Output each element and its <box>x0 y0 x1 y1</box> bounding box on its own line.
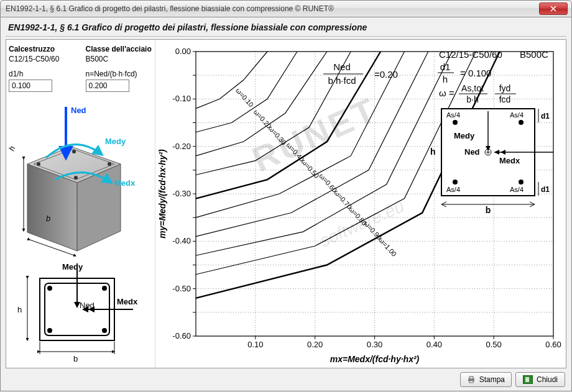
svg-point-5 <box>72 150 76 153</box>
svg-text:0.30: 0.30 <box>367 340 382 349</box>
panel-title: EN1992-1-1, § 6.1 Grafico di progetto de… <box>6 21 566 37</box>
svg-text:Medy: Medy <box>454 131 475 140</box>
svg-text:As/4: As/4 <box>510 186 524 193</box>
svg-text:C12/15-C50/60: C12/15-C50/60 <box>439 49 502 60</box>
printer-icon <box>467 376 476 383</box>
svg-line-122 <box>530 202 535 204</box>
svg-text:-0.60: -0.60 <box>172 331 191 340</box>
svg-point-107 <box>519 120 524 125</box>
chart-panel: RUNET software.eu 0.100.200.300.400.500.… <box>155 40 566 368</box>
svg-text:my=Medy/(fcd·hx·hy²): my=Medy/(fcd·hx·hy²) <box>157 149 167 239</box>
steel-label: Classe dell'acciaio <box>86 45 153 53</box>
plan-ned: Ned <box>80 301 95 310</box>
svg-text:-0.40: -0.40 <box>172 236 191 245</box>
window-close-button[interactable] <box>539 2 568 15</box>
svg-text:As,tot: As,tot <box>461 83 484 93</box>
svg-text:d1: d1 <box>440 62 451 72</box>
svg-text:-0.10: -0.10 <box>172 94 191 103</box>
window-title: EN1992-1-1, § 6.1 Grafico di progetto de… <box>6 4 539 13</box>
design-chart: 0.100.200.300.400.500.60-0.60-0.50-0.40-… <box>155 40 566 368</box>
plan-medy: Medy <box>62 262 83 271</box>
svg-text:0.10: 0.10 <box>247 340 263 349</box>
svg-point-7 <box>74 176 78 180</box>
d1h-input[interactable] <box>9 80 52 92</box>
svg-text:As/4: As/4 <box>510 111 524 119</box>
svg-text:ω=0.10: ω=0.10 <box>234 86 255 108</box>
d1h-label: d1/h <box>9 70 76 78</box>
svg-rect-135 <box>469 381 473 383</box>
svg-text:-0.20: -0.20 <box>172 142 191 151</box>
svg-point-6 <box>108 162 111 166</box>
svg-text:Ned: Ned <box>464 147 480 157</box>
svg-text:0.50: 0.50 <box>486 340 502 349</box>
footer-buttons: Stampa Chiudi <box>460 372 565 387</box>
svg-rect-134 <box>469 376 473 379</box>
close-label: Chiudi <box>537 375 558 384</box>
svg-text:-0.50: -0.50 <box>172 284 191 293</box>
svg-point-14 <box>102 286 107 291</box>
svg-text:As/4: As/4 <box>446 186 460 193</box>
exit-icon <box>523 375 533 384</box>
close-icon <box>550 6 556 12</box>
svg-text:= 0.100: = 0.100 <box>460 68 491 78</box>
svg-text:0.00: 0.00 <box>175 47 191 56</box>
svg-text:b·h·fcd: b·h·fcd <box>328 75 356 86</box>
svg-text:ω=1.00: ω=1.00 <box>377 236 398 258</box>
svg-text:fyd: fyd <box>499 83 511 93</box>
svg-point-106 <box>453 120 458 125</box>
svg-point-109 <box>519 180 524 185</box>
print-label: Stampa <box>479 375 505 384</box>
svg-line-120 <box>441 202 446 204</box>
svg-text:h: h <box>443 74 448 84</box>
close-button[interactable]: Chiudi <box>515 372 565 387</box>
ned-label: Ned <box>71 106 86 115</box>
svg-text:0.60: 0.60 <box>545 340 561 349</box>
plan-diagram: Medy Ned Medx h b <box>9 260 153 365</box>
svg-text:d1: d1 <box>541 112 550 121</box>
medy-label: Medy <box>105 137 126 146</box>
svg-text:As/4: As/4 <box>446 111 460 119</box>
svg-text:Ned: Ned <box>333 62 351 72</box>
svg-text:d1: d1 <box>541 185 550 194</box>
svg-text:ω =: ω = <box>439 88 454 98</box>
svg-text:B500C: B500C <box>520 49 548 60</box>
svg-text:=0.20: =0.20 <box>374 69 398 80</box>
h-dim: h <box>9 145 17 152</box>
svg-text:0.20: 0.20 <box>307 340 323 349</box>
svg-point-16 <box>102 328 107 333</box>
n-input[interactable] <box>86 80 129 92</box>
svg-text:b·h: b·h <box>466 94 478 104</box>
medx-label: Medx <box>114 178 136 188</box>
svg-text:ω=0.30: ω=0.30 <box>267 124 288 146</box>
plan-medx: Medx <box>117 297 138 306</box>
svg-text:-0.30: -0.30 <box>172 189 191 198</box>
column-3d-diagram: Ned Medy Medx h b <box>9 96 153 257</box>
client-area: EN1992-1-1, § 6.1 Grafico di progetto de… <box>0 17 572 391</box>
svg-point-108 <box>453 180 458 185</box>
svg-point-15 <box>47 328 52 333</box>
svg-text:mx=Medx/(fcd·hy·hx²): mx=Medx/(fcd·hy·hx²) <box>330 354 420 364</box>
svg-text:b: b <box>486 205 491 215</box>
svg-point-13 <box>47 286 52 291</box>
svg-line-121 <box>441 204 446 207</box>
b-dim: b <box>46 214 50 223</box>
svg-text:ω=0.50: ω=0.50 <box>300 158 320 180</box>
svg-line-123 <box>530 204 535 207</box>
print-button[interactable]: Stampa <box>460 372 512 387</box>
svg-text:0.40: 0.40 <box>427 340 442 349</box>
svg-text:fcd: fcd <box>499 94 511 104</box>
n-label: n=Ned/(b·h·fcd) <box>86 70 153 78</box>
steel-value: B500C <box>86 55 153 63</box>
concrete-value: C12/15-C50/60 <box>9 55 76 63</box>
plan-b: b <box>73 354 78 363</box>
svg-text:Medx: Medx <box>499 156 520 165</box>
svg-point-4 <box>37 162 40 166</box>
content: Calcestruzzo C12/15-C50/60 Classe dell'a… <box>6 39 566 368</box>
left-panel: Calcestruzzo C12/15-C50/60 Classe dell'a… <box>6 40 155 368</box>
titlebar: EN1992-1-1, § 6.1 Grafico di progetto de… <box>0 0 572 17</box>
plan-h: h <box>17 305 22 314</box>
concrete-label: Calcestruzzo <box>9 45 76 53</box>
svg-text:h: h <box>430 147 436 157</box>
